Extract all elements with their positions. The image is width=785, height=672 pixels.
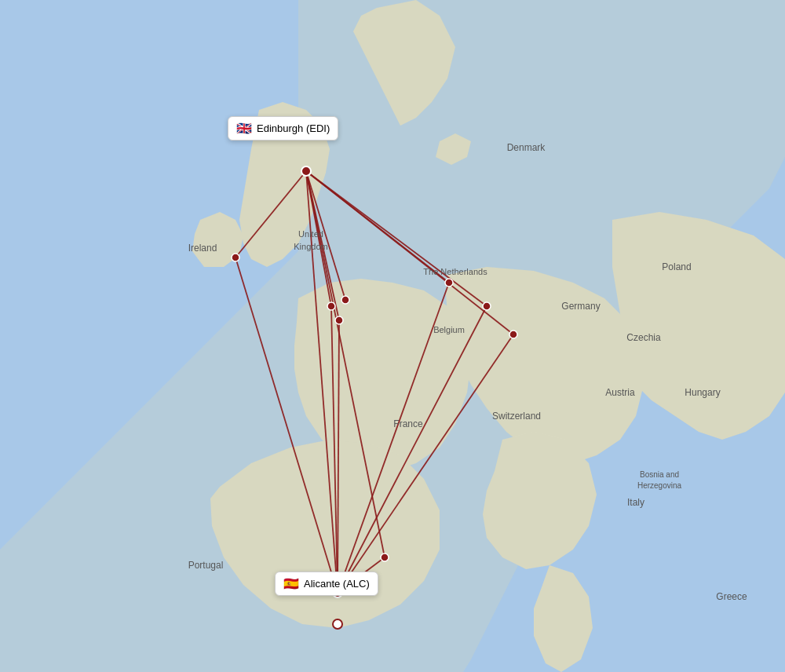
label-uk: United — [298, 229, 323, 239]
svg-point-27 — [333, 588, 342, 597]
label-belgium: Belgium — [433, 325, 465, 334]
map-svg: Denmark Poland Czechia Austria Hungary S… — [0, 0, 785, 672]
svg-point-20 — [335, 316, 343, 324]
svg-point-24 — [381, 553, 389, 561]
label-czechia: Czechia — [626, 332, 661, 343]
label-germany: Germany — [561, 301, 600, 312]
label-greece: Greece — [716, 591, 747, 602]
label-hungary: Hungary — [685, 387, 720, 398]
svg-point-22 — [483, 302, 491, 310]
svg-point-21 — [445, 279, 453, 287]
label-bosnia2: Herzegovina — [637, 481, 682, 490]
label-italy: Italy — [627, 497, 644, 508]
label-portugal: Portugal — [188, 560, 224, 571]
label-denmark: Denmark — [507, 142, 546, 153]
label-ireland: Ireland — [188, 243, 217, 254]
label-uk2: Kingdom — [294, 242, 327, 251]
svg-point-19 — [341, 296, 349, 304]
svg-point-25 — [301, 166, 311, 176]
label-netherlands: The Netherlands — [423, 267, 487, 276]
svg-point-18 — [327, 302, 335, 310]
label-bosnia: Bosnia and — [640, 470, 679, 479]
label-austria: Austria — [605, 387, 635, 398]
svg-point-17 — [232, 254, 239, 261]
svg-point-23 — [509, 331, 517, 338]
label-poland: Poland — [662, 261, 691, 272]
svg-point-26 — [333, 619, 342, 629]
label-france: France — [393, 418, 423, 429]
map-container: Denmark Poland Czechia Austria Hungary S… — [0, 0, 785, 672]
label-switzerland: Switzerland — [492, 411, 541, 422]
